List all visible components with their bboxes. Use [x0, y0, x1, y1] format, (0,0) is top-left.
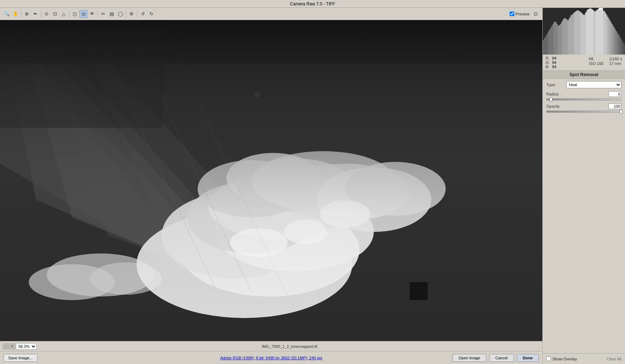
- shutter-value: 1/160 s: [609, 57, 622, 61]
- show-overlay-checkbox[interactable]: [546, 356, 551, 361]
- color-profile-link[interactable]: Adobe RGB (1998); 8 bit; 5490 by 3662 (2…: [220, 356, 322, 360]
- zoom-tool[interactable]: 🔍: [3, 10, 11, 18]
- adjustment-brush-tool[interactable]: ✏: [99, 10, 107, 18]
- targeted-adjustment-tool[interactable]: ⊙: [42, 10, 50, 18]
- zoom-plus-btn[interactable]: +: [9, 344, 15, 349]
- title-bar: Camera Raw 7.0 - TIFF: [0, 0, 625, 8]
- graduated-filter-tool[interactable]: ▤: [108, 10, 116, 18]
- rgb-r-row: R: 94: [546, 56, 556, 60]
- image-area[interactable]: [0, 20, 542, 341]
- tool-separator-3: [41, 10, 41, 18]
- svg-rect-81: [593, 11, 594, 55]
- svg-rect-86: [599, 8, 600, 55]
- svg-rect-99: [613, 26, 614, 55]
- svg-rect-98: [612, 24, 613, 55]
- tool-separator-9: [97, 10, 98, 18]
- fullscreen-btn[interactable]: ⊡: [532, 10, 539, 18]
- svg-rect-108: [622, 42, 624, 55]
- cancel-button[interactable]: Cancel: [489, 354, 514, 362]
- svg-rect-96: [610, 20, 611, 55]
- opacity-track[interactable]: [546, 111, 621, 113]
- svg-rect-51: [561, 22, 562, 55]
- g-label: G:: [546, 60, 551, 65]
- radius-label: Radius: [546, 92, 559, 96]
- right-panel-bottom: Show Overlay Clear All: [543, 353, 625, 364]
- svg-rect-53: [563, 19, 564, 55]
- transform-tool[interactable]: ◫: [71, 10, 79, 18]
- preview-checkbox-label[interactable]: Preview: [510, 11, 529, 16]
- radius-thumb[interactable]: [550, 97, 552, 102]
- bottom-bar: Save Image... Adobe RGB (1998); 8 bit; 5…: [0, 351, 542, 364]
- r-value: 94: [552, 56, 556, 60]
- zoom-minus-btn[interactable]: −: [3, 344, 9, 349]
- svg-rect-87: [600, 8, 601, 55]
- radius-value-input[interactable]: [608, 91, 621, 97]
- svg-rect-67: [578, 11, 579, 55]
- opacity-value-input[interactable]: [608, 103, 621, 109]
- svg-rect-110: [599, 8, 603, 10]
- svg-rect-74: [586, 11, 587, 55]
- svg-rect-69: [580, 12, 582, 55]
- svg-rect-105: [619, 37, 620, 55]
- svg-rect-79: [591, 9, 592, 55]
- clear-all-button[interactable]: Clear All: [607, 357, 621, 361]
- svg-rect-92: [605, 13, 606, 55]
- opacity-thumb[interactable]: [620, 109, 622, 114]
- aperture-value: f/8: [589, 57, 603, 61]
- crop-tool[interactable]: ⊡: [51, 10, 59, 18]
- save-image-button[interactable]: Save Image...: [4, 354, 37, 362]
- tool-separator-6: [69, 10, 69, 18]
- svg-rect-100: [614, 28, 615, 55]
- zoom-select[interactable]: 6.25%8.33%12.5%16.7%25%33.3%50%58.3%66.7…: [16, 343, 37, 350]
- done-button[interactable]: Done: [517, 354, 539, 362]
- radial-filter-tool[interactable]: ◯: [116, 10, 124, 18]
- svg-rect-76: [588, 9, 589, 55]
- svg-rect-82: [594, 11, 596, 55]
- svg-rect-59: [570, 17, 571, 55]
- preferences-btn[interactable]: ⚙: [128, 10, 135, 18]
- type-label: Type:: [546, 83, 564, 87]
- app-title: Camera Raw 7.0 - TIFF: [290, 1, 335, 6]
- tool-separator-1: [21, 10, 21, 18]
- radius-track[interactable]: [546, 98, 621, 101]
- radius-slider-row: Radius: [543, 90, 625, 103]
- svg-rect-41: [550, 28, 551, 55]
- straighten-tool[interactable]: △: [60, 10, 68, 18]
- svg-rect-36: [545, 37, 546, 55]
- open-image-button[interactable]: Open Image: [452, 354, 487, 362]
- svg-rect-107: [621, 40, 622, 55]
- svg-rect-93: [606, 15, 607, 55]
- white-balance-tool[interactable]: ⊕: [23, 10, 31, 18]
- spot-removal-tool[interactable]: ◎: [79, 10, 87, 18]
- focal-length-value: 17 mm: [609, 61, 622, 66]
- svg-rect-88: [601, 9, 602, 55]
- svg-rect-73: [585, 13, 586, 55]
- hand-tool[interactable]: ✋: [12, 10, 19, 18]
- iso-label: ISO 100: [589, 61, 603, 66]
- svg-rect-49: [559, 25, 560, 55]
- svg-rect-89: [602, 10, 603, 55]
- toolbar-right: Preview ⊡: [510, 10, 539, 18]
- svg-rect-75: [587, 10, 588, 55]
- svg-rect-43: [552, 24, 553, 55]
- show-overlay-label[interactable]: Show Overlay: [546, 356, 577, 361]
- svg-rect-40: [549, 29, 550, 55]
- right-panel: R: 94 G: 94 B: 94 f/8: [542, 8, 625, 364]
- svg-rect-63: [574, 12, 575, 55]
- undo-btn[interactable]: ↺: [139, 10, 147, 18]
- svg-rect-66: [577, 10, 578, 55]
- svg-rect-101: [615, 29, 616, 55]
- svg-rect-102: [616, 31, 617, 55]
- b-value: 94: [552, 65, 556, 69]
- svg-rect-52: [562, 20, 563, 55]
- show-overlay-text: Show Overlay: [552, 357, 577, 361]
- preview-checkbox[interactable]: [510, 11, 514, 16]
- color-sampler-tool[interactable]: ✒: [31, 10, 39, 18]
- redo-btn[interactable]: ↻: [147, 10, 155, 18]
- type-select[interactable]: Heal Clone: [566, 81, 621, 88]
- svg-rect-57: [567, 20, 569, 55]
- svg-rect-60: [571, 15, 572, 55]
- spot-removal-panel: Spot Removal Type: Heal Clone Radius: [543, 71, 625, 353]
- red-eye-tool[interactable]: 👁: [88, 10, 96, 18]
- svg-rect-48: [558, 26, 559, 55]
